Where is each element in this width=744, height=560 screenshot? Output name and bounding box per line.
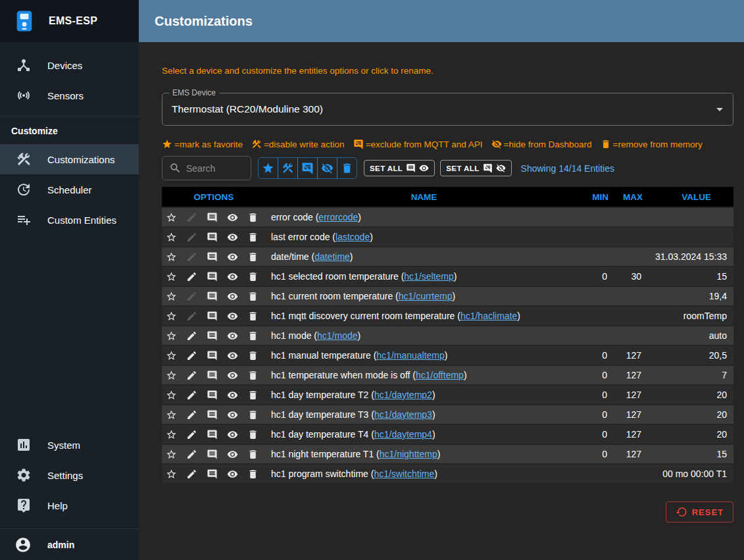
delete-toggle-button[interactable]: [245, 347, 260, 363]
entity-name[interactable]: hc1 day temperature T3 (hc1/daytemp3): [266, 405, 582, 424]
disable-write-toggle-button[interactable]: [184, 407, 199, 422]
entity-shortname-link[interactable]: hc1/currtemp: [399, 291, 453, 301]
favorite-toggle-button[interactable]: [163, 209, 179, 225]
sidebar-item-settings[interactable]: Settings: [0, 460, 139, 490]
entity-name[interactable]: error code (errorcode): [266, 207, 582, 227]
entity-name[interactable]: last error code (lastcode): [266, 227, 582, 247]
mqtt-exclude-toggle-button[interactable]: [204, 466, 220, 482]
mqtt-exclude-toggle-button[interactable]: [204, 268, 220, 284]
delete-toggle-button[interactable]: [245, 367, 260, 383]
favorite-toggle-button[interactable]: [163, 446, 179, 462]
disable-write-toggle-button[interactable]: [184, 347, 199, 363]
visibility-toggle-button[interactable]: [224, 347, 240, 363]
disable-write-toggle-button[interactable]: [184, 367, 199, 383]
entity-shortname-link[interactable]: hc1/daytemp3: [374, 409, 432, 420]
entity-name[interactable]: hc1 current room temperature (hc1/currte…: [266, 286, 582, 306]
delete-toggle-button[interactable]: [245, 407, 260, 422]
favorite-toggle-button[interactable]: [163, 308, 179, 324]
disable-write-toggle-button[interactable]: [184, 328, 199, 344]
disable-write-toggle-button[interactable]: [184, 387, 199, 403]
entity-name[interactable]: hc1 day temperature T2 (hc1/daytemp2): [266, 385, 582, 405]
disable-write-toggle-button[interactable]: [184, 446, 199, 462]
favorite-toggle-button[interactable]: [163, 249, 179, 265]
favorite-toggle-button[interactable]: [163, 328, 179, 344]
delete-toggle-button[interactable]: [245, 308, 260, 324]
entity-name[interactable]: date/time (datetime): [266, 247, 582, 267]
sidebar-item-custom-entities[interactable]: Custom Entities: [0, 205, 139, 235]
entity-name[interactable]: hc1 temperature when mode is off (hc1/of…: [266, 365, 582, 385]
mqtt-exclude-toggle-button[interactable]: [204, 367, 220, 383]
mqtt-exclude-toggle-button[interactable]: [204, 328, 220, 344]
favorite-toggle-button[interactable]: [163, 229, 179, 245]
entity-shortname-link[interactable]: hc1/offtemp: [416, 370, 464, 380]
favorite-toggle-button[interactable]: [163, 367, 179, 383]
visibility-toggle-button[interactable]: [224, 466, 240, 482]
set-all-hidden-button[interactable]: SET ALL: [440, 160, 511, 176]
disable-write-toggle-button[interactable]: [184, 466, 199, 482]
visibility-toggle-button[interactable]: [224, 387, 240, 403]
mqtt-exclude-toggle-button[interactable]: [204, 446, 220, 462]
entity-shortname-link[interactable]: hc1/daytemp4: [374, 429, 432, 440]
sidebar-item-scheduler[interactable]: Scheduler: [0, 174, 139, 205]
delete-toggle-button[interactable]: [245, 268, 260, 284]
reset-button[interactable]: RESET: [666, 501, 733, 522]
visibility-toggle-button[interactable]: [224, 229, 240, 245]
disable-write-toggle-button[interactable]: [184, 426, 199, 442]
visibility-toggle-button[interactable]: [224, 209, 240, 225]
favorite-toggle-button[interactable]: [163, 268, 179, 284]
filter-hidden-toggle[interactable]: [317, 157, 337, 179]
mqtt-exclude-toggle-button[interactable]: [204, 347, 220, 363]
visibility-toggle-button[interactable]: [224, 268, 240, 284]
filter-removed-toggle[interactable]: [337, 157, 357, 179]
sidebar-item-customizations[interactable]: Customizations: [0, 144, 139, 174]
mqtt-exclude-toggle-button[interactable]: [204, 387, 220, 403]
mqtt-exclude-toggle-button[interactable]: [204, 308, 220, 324]
entity-name[interactable]: hc1 manual temperature (hc1/manualtemp): [266, 345, 582, 365]
favorite-toggle-button[interactable]: [163, 426, 179, 442]
delete-toggle-button[interactable]: [245, 229, 260, 245]
disable-write-toggle-button[interactable]: [184, 268, 199, 284]
entity-shortname-link[interactable]: hc1/haclimate: [460, 311, 517, 321]
delete-toggle-button[interactable]: [245, 426, 260, 442]
delete-toggle-button[interactable]: [245, 466, 260, 482]
filter-mqtt-exclude-toggle[interactable]: [297, 157, 318, 179]
sidebar-item-help[interactable]: Help: [0, 490, 139, 521]
visibility-toggle-button[interactable]: [224, 308, 240, 324]
entity-name[interactable]: hc1 selected room temperature (hc1/selte…: [266, 267, 582, 286]
set-all-visible-button[interactable]: SET ALL: [364, 160, 435, 176]
favorite-toggle-button[interactable]: [163, 407, 179, 422]
entity-name[interactable]: hc1 program switchtime (hc1/switchtime): [266, 464, 582, 484]
visibility-toggle-button[interactable]: [224, 328, 240, 344]
mqtt-exclude-toggle-button[interactable]: [204, 209, 220, 225]
delete-toggle-button[interactable]: [245, 387, 260, 403]
sidebar-item-sensors[interactable]: Sensors: [0, 80, 139, 111]
user-menu-button[interactable]: admin: [0, 529, 139, 560]
filter-disable-write-toggle[interactable]: [278, 157, 298, 179]
sidebar-item-system[interactable]: System: [0, 430, 139, 460]
entity-shortname-link[interactable]: datetime: [314, 251, 350, 262]
delete-toggle-button[interactable]: [245, 288, 260, 304]
entity-shortname-link[interactable]: hc1/manualtemp: [376, 350, 445, 361]
mqtt-exclude-toggle-button[interactable]: [204, 426, 220, 442]
entity-shortname-link[interactable]: hc1/daytemp2: [374, 390, 432, 400]
entity-shortname-link[interactable]: hc1/seltemp: [404, 271, 453, 282]
mqtt-exclude-toggle-button[interactable]: [204, 229, 220, 245]
favorite-toggle-button[interactable]: [163, 288, 179, 304]
filter-favorite-toggle[interactable]: [258, 157, 278, 179]
favorite-toggle-button[interactable]: [163, 347, 179, 363]
entity-name[interactable]: hc1 mode (hc1/mode): [266, 326, 582, 345]
entity-name[interactable]: hc1 mqtt discovery current room temperat…: [266, 306, 582, 326]
entity-shortname-link[interactable]: hc1/switchtime: [374, 469, 434, 479]
visibility-toggle-button[interactable]: [224, 288, 240, 304]
visibility-toggle-button[interactable]: [224, 367, 240, 383]
visibility-toggle-button[interactable]: [224, 407, 240, 422]
delete-toggle-button[interactable]: [245, 328, 260, 344]
visibility-toggle-button[interactable]: [224, 446, 240, 462]
entity-shortname-link[interactable]: lastcode: [335, 232, 370, 242]
entity-name[interactable]: hc1 day temperature T4 (hc1/daytemp4): [266, 424, 582, 444]
favorite-toggle-button[interactable]: [163, 466, 179, 482]
mqtt-exclude-toggle-button[interactable]: [204, 249, 220, 265]
sidebar-item-devices[interactable]: Devices: [0, 50, 139, 80]
mqtt-exclude-toggle-button[interactable]: [204, 407, 220, 422]
mqtt-exclude-toggle-button[interactable]: [204, 288, 220, 304]
